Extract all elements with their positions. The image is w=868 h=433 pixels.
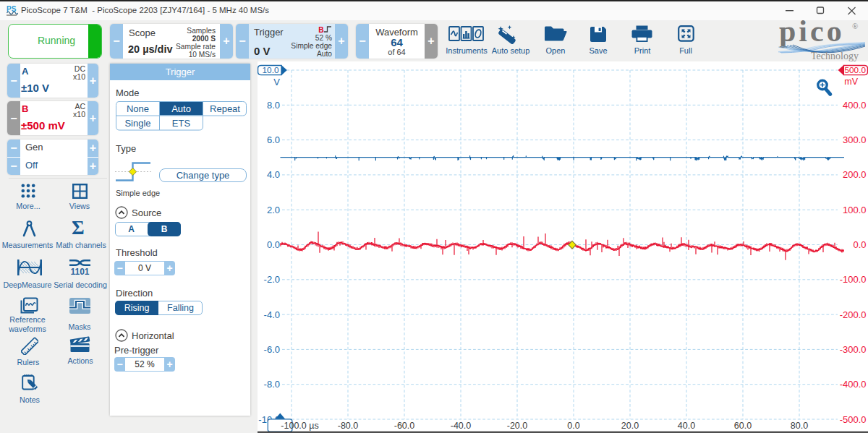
svg-text:-8.0: -8.0 xyxy=(264,379,280,390)
svg-text:0.0: 0.0 xyxy=(567,421,579,431)
svg-text:4.0: 4.0 xyxy=(267,169,280,180)
svg-text:-20.0: -20.0 xyxy=(507,421,528,431)
svg-text:-6.0: -6.0 xyxy=(264,344,280,355)
svg-text:40.0: 40.0 xyxy=(678,421,695,431)
svg-text:0.0: 0.0 xyxy=(267,239,280,250)
svg-text:6.0: 6.0 xyxy=(267,134,280,145)
svg-text:8.0: 8.0 xyxy=(267,100,280,111)
svg-text:500.0: 500.0 xyxy=(844,65,866,75)
svg-text:60.0: 60.0 xyxy=(734,421,752,431)
svg-text:-2.0: -2.0 xyxy=(264,274,280,285)
svg-text:mV: mV xyxy=(844,77,858,87)
svg-text:-80.0: -80.0 xyxy=(338,421,359,431)
svg-text:80.0: 80.0 xyxy=(791,421,808,431)
svg-text:-500.0: -500.0 xyxy=(840,414,867,425)
svg-text:1101: 1101 xyxy=(70,267,89,277)
svg-text:300.0: 300.0 xyxy=(843,134,867,145)
svg-text:-4.0: -4.0 xyxy=(264,309,280,320)
svg-text:-40.0: -40.0 xyxy=(451,421,472,431)
svg-text:-300.0: -300.0 xyxy=(840,344,867,355)
svg-text:-100.0 µs: -100.0 µs xyxy=(281,421,318,431)
svg-text:400.0: 400.0 xyxy=(843,100,867,111)
svg-text:10.0: 10.0 xyxy=(263,65,279,75)
svg-text:0.0: 0.0 xyxy=(853,239,866,250)
svg-text:-60.0: -60.0 xyxy=(394,421,415,431)
svg-text:2.0: 2.0 xyxy=(267,205,280,215)
svg-text:-400.0: -400.0 xyxy=(840,379,867,390)
svg-text:100.0: 100.0 xyxy=(843,205,867,215)
svg-text:-100.0: -100.0 xyxy=(840,274,867,285)
svg-text:20.0: 20.0 xyxy=(621,421,639,431)
svg-text:V: V xyxy=(273,77,280,87)
svg-text:200.0: 200.0 xyxy=(843,169,867,180)
svg-text:-200.0: -200.0 xyxy=(840,309,867,320)
